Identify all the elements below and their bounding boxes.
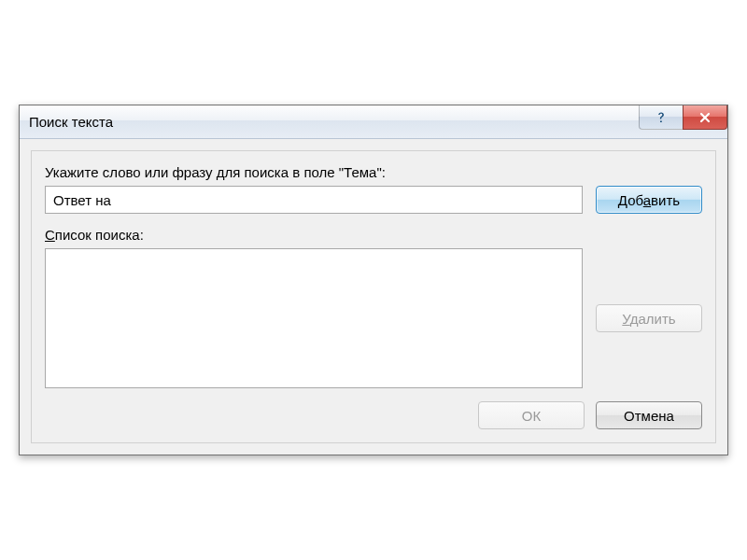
prompt-text-pre: Укажите слово или фразу для поиска в пол…	[45, 164, 344, 180]
add-label-post: вить	[651, 192, 680, 208]
cancel-button[interactable]: Отмена	[596, 401, 702, 429]
ok-label: ОК	[522, 408, 541, 424]
add-button[interactable]: Добавить	[596, 186, 702, 214]
search-list-label: Список поиска:	[45, 227, 702, 243]
list-label-hotkey: С	[45, 227, 55, 243]
titlebar[interactable]: Поиск текста	[20, 105, 727, 139]
prompt-text-post: ":	[376, 164, 386, 180]
delete-label-hotkey: У	[622, 311, 629, 327]
ok-button: ОК	[478, 401, 585, 429]
list-side-actions: Удалить	[596, 248, 702, 388]
cancel-label: Отмена	[624, 408, 674, 424]
search-list[interactable]	[45, 248, 583, 388]
search-text-dialog: Поиск текста Укажите слово или фразу для…	[19, 105, 728, 455]
delete-label-post: далить	[630, 311, 676, 327]
close-icon	[698, 111, 712, 124]
close-button[interactable]	[683, 105, 727, 130]
dialog-title: Поиск текста	[29, 114, 113, 130]
help-icon	[654, 110, 669, 125]
add-label-pre: Доб	[618, 192, 643, 208]
help-button[interactable]	[639, 105, 684, 130]
search-input-row: Добавить	[45, 186, 702, 214]
search-input[interactable]	[45, 186, 583, 214]
search-prompt-label: Укажите слово или фразу для поиска в пол…	[45, 164, 702, 180]
dialog-footer: ОК Отмена	[45, 401, 702, 429]
list-area: Удалить	[45, 248, 702, 388]
inner-panel: Укажите слово или фразу для поиска в пол…	[31, 150, 716, 443]
add-label-hotkey: а	[643, 192, 651, 208]
dialog-content: Укажите слово или фразу для поиска в пол…	[20, 139, 727, 455]
prompt-field-name: Тема	[344, 164, 376, 180]
delete-button: Удалить	[596, 304, 702, 332]
list-label-post: писок поиска:	[55, 227, 144, 243]
titlebar-buttons	[640, 105, 727, 132]
